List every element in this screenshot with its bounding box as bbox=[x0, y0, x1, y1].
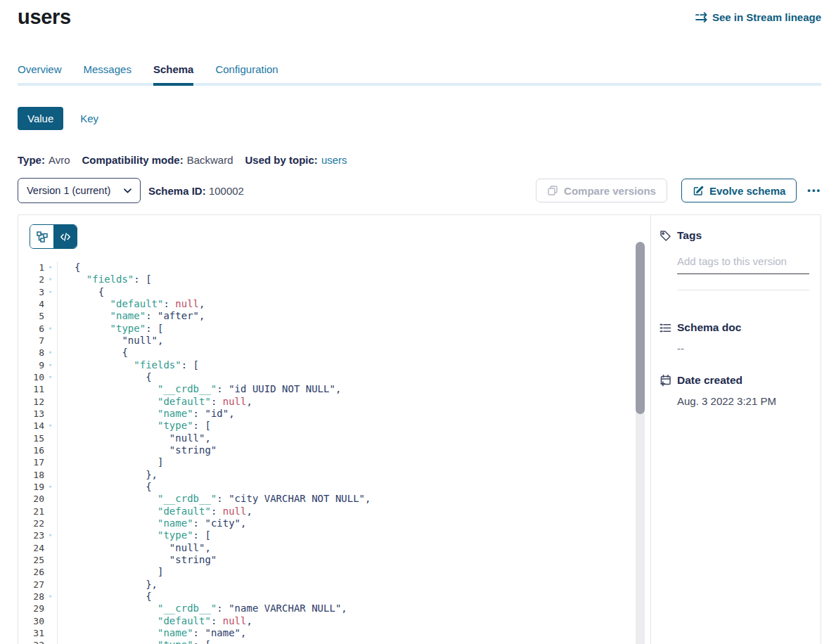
more-actions-button[interactable]: ••• bbox=[807, 179, 821, 202]
line-number: 10 bbox=[18, 372, 44, 382]
line-number: 18 bbox=[18, 470, 44, 480]
topic-link[interactable]: users bbox=[321, 154, 347, 166]
schema-id-label: Schema ID: bbox=[148, 185, 206, 197]
code-text[interactable]: "type": [ bbox=[57, 420, 211, 432]
code-text[interactable]: { bbox=[57, 347, 128, 359]
key-tab-link[interactable]: Key bbox=[80, 112, 98, 124]
line-number: 14 bbox=[18, 420, 44, 431]
line-number: 7 bbox=[18, 335, 44, 346]
code-line: 11 "__crdb__": "id UUID NOT NULL", bbox=[18, 383, 651, 395]
evolve-schema-button[interactable]: Evolve schema bbox=[681, 179, 797, 202]
code-text[interactable]: "__crdb__": "city VARCHAR NOT NULL", bbox=[57, 493, 371, 505]
line-number: 13 bbox=[18, 408, 44, 419]
scrollbar-thumb[interactable] bbox=[636, 242, 645, 414]
add-tags-input[interactable]: Add tags to this version bbox=[677, 255, 809, 274]
code-text[interactable]: ] bbox=[57, 566, 163, 578]
fold-icon[interactable]: ▾ bbox=[44, 262, 56, 273]
code-text[interactable]: "default": null, bbox=[57, 615, 252, 627]
used-by-topic-label: Used by topic: bbox=[245, 154, 318, 166]
fold-icon[interactable]: ▾ bbox=[44, 286, 56, 298]
tab-overview[interactable]: Overview bbox=[18, 63, 62, 86]
schema-code: 1▾{2▾ "fields": [3▾ {4 "default": null,5… bbox=[18, 262, 651, 644]
code-text[interactable]: ] bbox=[57, 456, 163, 468]
fold-icon[interactable]: ▾ bbox=[44, 347, 56, 359]
line-number: 32 bbox=[18, 640, 44, 644]
code-line: 29 "__crdb__": "name VARCHAR NULL", bbox=[18, 603, 651, 614]
line-number: 24 bbox=[18, 543, 44, 553]
code-text[interactable]: "name": "name", bbox=[57, 627, 246, 639]
code-text[interactable]: "type": [ bbox=[57, 639, 211, 644]
code-text[interactable]: { bbox=[57, 591, 152, 603]
code-text[interactable]: { bbox=[57, 262, 80, 273]
code-text[interactable]: "default": null, bbox=[57, 298, 205, 310]
code-text[interactable]: "null", bbox=[57, 335, 163, 347]
code-text[interactable]: "default": null, bbox=[57, 505, 252, 517]
code-text[interactable]: "name": "city", bbox=[57, 517, 246, 529]
stream-lineage-link[interactable]: See in Stream lineage bbox=[695, 11, 821, 23]
fold-icon[interactable]: ▾ bbox=[44, 529, 56, 541]
schema-meta-row: Type:Avro Compatibility mode:Backward Us… bbox=[18, 154, 359, 166]
fold-icon[interactable]: ▾ bbox=[44, 420, 56, 432]
code-text[interactable]: "name": "id", bbox=[57, 408, 235, 420]
line-number: 12 bbox=[18, 397, 44, 407]
fold-icon[interactable]: ▾ bbox=[44, 359, 56, 371]
editor-vertical-scrollbar[interactable] bbox=[636, 242, 645, 644]
code-text[interactable]: }, bbox=[57, 579, 157, 591]
tab-bar: OverviewMessagesSchemaConfiguration bbox=[18, 63, 278, 86]
code-view-icon bbox=[60, 231, 71, 243]
page-header: users See in Stream lineage bbox=[18, 4, 821, 30]
tab-messages[interactable]: Messages bbox=[84, 63, 131, 86]
line-number: 25 bbox=[18, 555, 44, 565]
tab-configuration[interactable]: Configuration bbox=[215, 63, 278, 86]
tree-view-button[interactable] bbox=[30, 225, 53, 248]
evolve-icon bbox=[693, 185, 704, 196]
code-text[interactable]: "null", bbox=[57, 432, 211, 444]
code-text[interactable]: "null", bbox=[57, 542, 211, 554]
schema-part-switch: Value Key bbox=[18, 107, 98, 130]
code-text[interactable]: { bbox=[57, 286, 104, 298]
code-text[interactable]: }, bbox=[57, 469, 157, 481]
code-text[interactable]: "default": null, bbox=[57, 396, 252, 408]
fold-icon[interactable]: ▾ bbox=[44, 591, 56, 603]
code-line: 26 ] bbox=[18, 566, 651, 578]
fold-icon[interactable]: ▾ bbox=[44, 273, 56, 285]
code-line: 21 "default": null, bbox=[18, 505, 651, 517]
fold-icon[interactable]: ▾ bbox=[44, 371, 56, 383]
code-line: 20 "__crdb__": "city VARCHAR NOT NULL", bbox=[18, 493, 651, 505]
code-text[interactable]: "string" bbox=[57, 444, 217, 456]
version-select[interactable]: Version 1 (current) bbox=[18, 178, 141, 203]
code-text[interactable]: "type": [ bbox=[57, 529, 211, 541]
schema-details-sidebar: Tags Add tags to this version Schema doc… bbox=[650, 215, 821, 644]
code-text[interactable]: "fields": [ bbox=[57, 359, 199, 371]
compare-versions-button[interactable]: Compare versions bbox=[536, 179, 667, 202]
line-number: 20 bbox=[18, 494, 44, 504]
list-icon bbox=[660, 322, 671, 334]
line-number: 28 bbox=[18, 591, 44, 602]
code-text[interactable]: "type": [ bbox=[57, 323, 163, 335]
code-text[interactable]: "string" bbox=[57, 554, 217, 566]
fold-icon[interactable]: ▾ bbox=[44, 323, 56, 335]
tab-schema[interactable]: Schema bbox=[153, 63, 194, 86]
code-text[interactable]: "name": "after", bbox=[57, 310, 205, 322]
code-text[interactable]: "fields": [ bbox=[57, 273, 152, 285]
code-line: 18 }, bbox=[18, 469, 651, 481]
page-title: users bbox=[18, 4, 71, 30]
type-value: Avro bbox=[49, 154, 70, 166]
code-text[interactable]: "__crdb__": "id UUID NOT NULL", bbox=[57, 383, 341, 395]
code-line: 5 "name": "after", bbox=[18, 310, 651, 322]
value-tab-button[interactable]: Value bbox=[18, 107, 63, 130]
code-text[interactable]: "__crdb__": "name VARCHAR NULL", bbox=[57, 603, 347, 614]
code-view-button[interactable] bbox=[53, 225, 77, 248]
code-text[interactable]: { bbox=[57, 371, 152, 383]
line-number: 11 bbox=[18, 384, 44, 394]
line-number: 31 bbox=[18, 628, 44, 638]
line-number: 23 bbox=[18, 530, 44, 541]
code-line: 12 "default": null, bbox=[18, 396, 651, 408]
chevron-down-icon bbox=[124, 188, 131, 193]
schema-id: Schema ID: 100002 bbox=[148, 185, 244, 197]
fold-icon[interactable]: ▾ bbox=[44, 481, 56, 493]
fold-icon[interactable]: ▾ bbox=[44, 639, 56, 644]
code-text[interactable]: { bbox=[57, 481, 152, 493]
code-line: 2▾ "fields": [ bbox=[18, 273, 651, 285]
code-line: 16 "string" bbox=[18, 444, 651, 456]
